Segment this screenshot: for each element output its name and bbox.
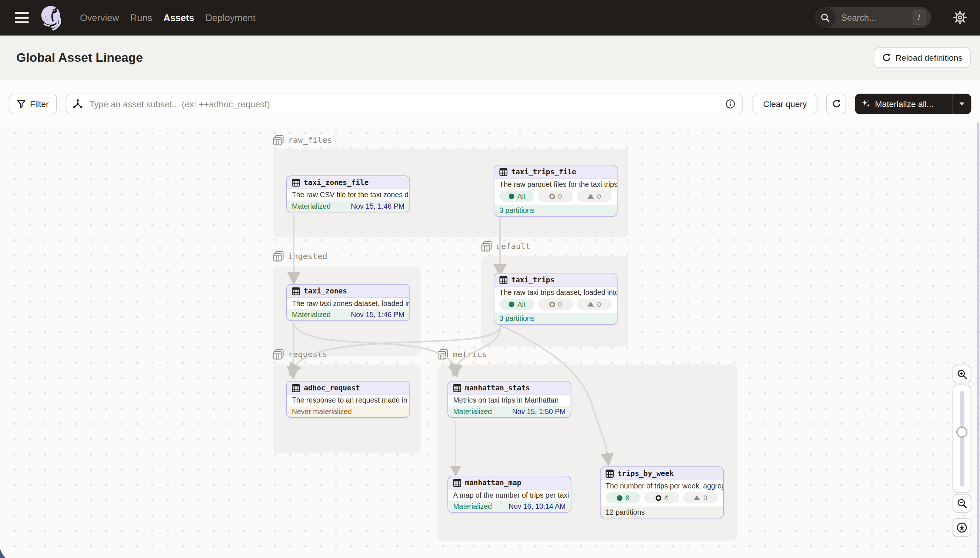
nav-deployment[interactable]: Deployment (206, 13, 255, 23)
nav-overview[interactable]: Overview (80, 13, 119, 23)
partition-health-row: All 0 0 (494, 298, 617, 313)
materialization-timestamp: Nov 15, 1:46 PM (351, 311, 404, 318)
table-icon (606, 469, 614, 478)
search-shortcut-key: / (912, 10, 926, 25)
group-label-ingested[interactable]: ingested (273, 251, 327, 262)
group-name: raw_files (288, 135, 332, 145)
partitions-missing-pill: 4 (644, 492, 680, 503)
clear-query-button[interactable]: Clear query (753, 94, 818, 114)
corner-artifact (0, 548, 9, 558)
ring-icon (549, 301, 555, 307)
partitions-missing-pill: 0 (538, 190, 573, 202)
materialize-all-button[interactable]: Materialize all... (855, 94, 972, 114)
download-icon (956, 522, 967, 533)
dagster-logo[interactable] (39, 5, 65, 33)
nav-assets[interactable]: Assets (163, 13, 194, 23)
success-dot-icon (509, 301, 514, 307)
reload-definitions-label: Reload definitions (896, 53, 963, 62)
warning-triangle-icon (694, 495, 700, 500)
lineage-toolbar: Filter Clear query Materialize all. (0, 80, 980, 123)
group-name: default (496, 241, 530, 251)
vertical-scrollbar[interactable] (977, 123, 980, 558)
sparkle-icon (861, 99, 870, 108)
status-label: Materialized (292, 311, 331, 318)
group-name: metrics (453, 350, 487, 359)
group-name: requests (288, 350, 328, 359)
materialize-all-label: Materialize all... (875, 99, 934, 108)
status-label: Materialized (453, 408, 492, 415)
asset-node-manhattan_map[interactable]: manhattan_map A map of the number of tri… (447, 476, 571, 513)
table-icon (292, 384, 300, 392)
group-name: ingested (288, 252, 328, 261)
asset-description: A map of the number of trips per taxi z.… (448, 489, 571, 501)
refresh-graph-button[interactable] (826, 94, 846, 114)
zoom-out-icon (957, 498, 967, 509)
group-label-raw_files[interactable]: raw_files (273, 135, 332, 146)
hamburger-menu-icon[interactable] (15, 12, 29, 23)
status-label: Materialized (453, 502, 492, 510)
asset-description: The response to an request made in th... (287, 395, 410, 406)
global-search[interactable]: / (814, 7, 932, 28)
search-icon (814, 7, 835, 28)
layered-tables-icon (273, 135, 284, 146)
clear-query-label: Clear query (763, 99, 807, 108)
asset-query-input[interactable] (88, 98, 720, 110)
asset-node-taxi_zones[interactable]: taxi_zones The raw taxi zones dataset, l… (286, 284, 410, 321)
layered-tables-icon (273, 349, 284, 359)
partition-health-row: All 0 0 (494, 190, 617, 205)
asset-status-row: Materialized Nov 15, 1:50 PM (448, 406, 571, 417)
zoom-in-icon (957, 369, 967, 379)
table-icon (292, 178, 300, 187)
zoom-slider-track[interactable] (960, 391, 964, 486)
asset-status-row: Materialized Nov 16, 10:14 AM (448, 501, 571, 512)
partitions-failed-pill: 0 (577, 190, 612, 202)
asset-status-row: 3 partitions (494, 205, 617, 216)
asset-node-taxi_trips[interactable]: taxi_trips The raw taxi trips dataset, l… (494, 273, 618, 325)
filter-label: Filter (30, 99, 49, 108)
chevron-down-icon (959, 102, 964, 105)
settings-gear-icon[interactable] (953, 10, 968, 25)
partitions-count: 12 partitions (606, 509, 645, 516)
search-input[interactable] (840, 12, 905, 23)
download-image-button[interactable] (953, 519, 972, 537)
asset-node-taxi_trips_file[interactable]: taxi_trips_file The raw parquet files fo… (494, 165, 618, 217)
asset-node-manhattan_stats[interactable]: manhattan_stats Metrics on taxi trips in… (447, 381, 571, 418)
zoom-out-button[interactable] (953, 494, 972, 513)
zoom-slider-thumb[interactable] (956, 427, 967, 438)
info-icon[interactable] (725, 99, 736, 110)
asset-name: trips_by_week (618, 469, 674, 478)
reload-definitions-button[interactable]: Reload definitions (874, 48, 971, 68)
zoom-in-button[interactable] (953, 365, 972, 384)
dagster-app: Overview Runs Assets Deployment / Global… (0, 0, 980, 558)
materialize-options-dropdown[interactable] (952, 94, 971, 114)
asset-status-row: Never materialized (287, 406, 410, 417)
partitions-count: 3 partitions (499, 315, 534, 322)
status-label: Never materialized (292, 408, 352, 415)
main-nav: Overview Runs Assets Deployment (80, 0, 255, 36)
asset-graph-icon (72, 99, 83, 110)
asset-node-trips_by_week[interactable]: trips_by_week The number of trips per we… (600, 467, 724, 519)
page-header: Global Asset Lineage Reload definitions (0, 36, 980, 80)
group-label-requests[interactable]: requests (273, 349, 327, 359)
table-icon (453, 384, 461, 392)
materialization-timestamp: Nov 15, 1:46 PM (351, 202, 404, 210)
asset-node-adhoc_request[interactable]: adhoc_request The response to an request… (286, 381, 410, 418)
asset-name: manhattan_stats (465, 383, 530, 392)
asset-status-row: Materialized Nov 15, 1:46 PM (287, 309, 410, 320)
top-nav-bar: Overview Runs Assets Deployment / (0, 0, 980, 36)
group-label-default[interactable]: default (481, 241, 530, 252)
table-icon (292, 287, 300, 295)
nav-runs[interactable]: Runs (130, 13, 152, 23)
asset-description: The number of trips per week, aggreg... (601, 480, 723, 491)
group-label-metrics[interactable]: metrics (437, 349, 487, 359)
table-icon (499, 167, 507, 176)
success-dot-icon (509, 193, 514, 199)
filter-button[interactable]: Filter (9, 94, 57, 114)
asset-node-taxi_zones_file[interactable]: taxi_zones_file The raw CSV file for the… (286, 176, 410, 212)
asset-status-row: 3 partitions (494, 313, 617, 324)
partitions-count: 3 partitions (499, 207, 534, 214)
zoom-slider[interactable] (953, 385, 972, 493)
asset-name: manhattan_map (465, 478, 522, 487)
materialization-timestamp: Nov 15, 1:50 PM (512, 408, 566, 415)
funnel-icon (17, 100, 26, 108)
